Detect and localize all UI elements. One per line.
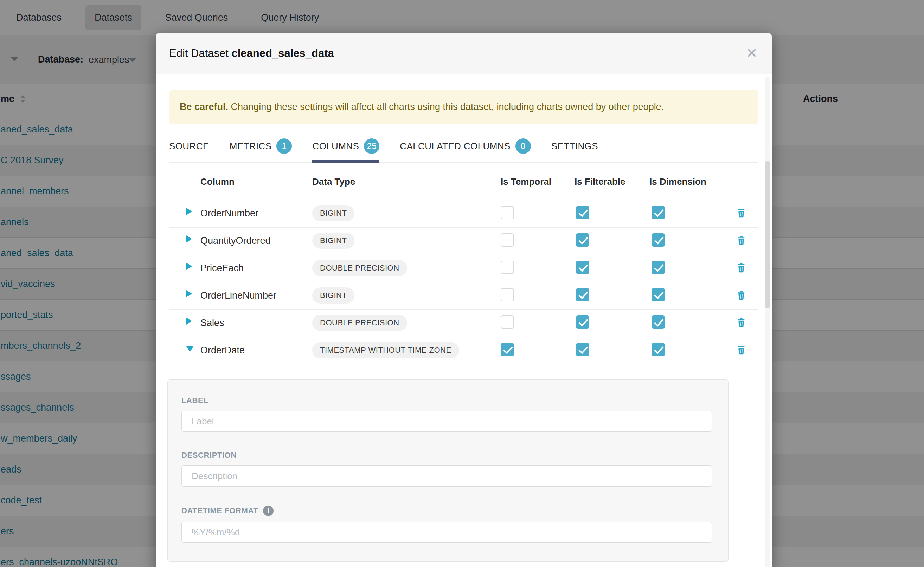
description-input[interactable]: [181, 465, 712, 486]
modal-tab-label: SOURCE: [169, 141, 209, 152]
modal-scrollbar[interactable]: [765, 76, 770, 567]
column-row: QuantityOrdered BIGINT: [169, 228, 758, 255]
delete-column-icon[interactable]: [736, 235, 747, 246]
modal-tab[interactable]: SETTINGS: [551, 138, 598, 163]
is-temporal-header: Is Temporal: [501, 176, 551, 187]
is-temporal-checkbox[interactable]: [501, 206, 514, 219]
is-dimension-checkbox[interactable]: [652, 206, 665, 219]
modal-title-prefix: Edit Dataset: [169, 47, 229, 59]
data-type-pill: DOUBLE PRECISION: [312, 315, 407, 331]
expand-caret-icon[interactable]: [187, 236, 192, 242]
expand-caret-icon[interactable]: [187, 318, 192, 325]
is-temporal-checkbox[interactable]: [501, 315, 514, 329]
column-name: OrderLineNumber: [200, 290, 276, 301]
label-input[interactable]: [181, 411, 712, 432]
column-name: OrderNumber: [200, 208, 259, 219]
modal-tab[interactable]: SOURCE: [169, 138, 209, 163]
datetime-format-input[interactable]: [181, 522, 712, 543]
modal-tab-label: METRICS: [230, 141, 272, 152]
modal-tabs: SOURCE METRICS 1 COLUMNS 25 CALCUL: [169, 138, 758, 163]
label-field-label: LABEL: [181, 396, 712, 405]
is-dimension-header: Is Dimension: [649, 176, 706, 187]
delete-column-icon[interactable]: [736, 262, 747, 273]
expand-caret-icon[interactable]: [187, 263, 192, 270]
columns-table-body: OrderNumber BIGINT Q: [169, 200, 758, 364]
is-filterable-checkbox[interactable]: [576, 261, 589, 274]
is-dimension-checkbox[interactable]: [652, 343, 665, 356]
expand-caret-icon[interactable]: [187, 208, 192, 215]
is-dimension-checkbox[interactable]: [652, 233, 665, 247]
tab-count-badge: 25: [364, 138, 379, 154]
is-filterable-checkbox[interactable]: [576, 288, 589, 302]
edit-dataset-modal: Edit Dataset cleaned_sales_data ✕ Be car…: [156, 33, 772, 567]
modal-body: Be careful. Changing these settings will…: [156, 90, 772, 562]
column-row: OrderNumber BIGINT: [169, 200, 758, 228]
is-temporal-checkbox[interactable]: [501, 343, 514, 356]
tab-count-badge: 1: [276, 138, 292, 154]
column-name: OrderDate: [200, 345, 245, 356]
column-name: PriceEach: [200, 263, 244, 274]
modal-title-dataset-name: cleaned_sales_data: [232, 47, 334, 59]
screen: Databases Datasets Saved Queries Query H…: [0, 0, 924, 567]
expand-caret-icon[interactable]: [187, 346, 193, 352]
close-icon[interactable]: ✕: [743, 43, 760, 63]
warning-banner-bold: Be careful.: [180, 102, 228, 112]
column-header: Column: [200, 176, 235, 187]
info-icon[interactable]: i: [263, 506, 274, 516]
datetime-format-label-text: DATETIME FORMAT: [181, 506, 258, 515]
columns-table-header: Column Data Type Is Temporal Is Filterab…: [169, 163, 758, 200]
is-filterable-header: Is Filterable: [575, 176, 626, 187]
modal-tab-label: SETTINGS: [551, 141, 598, 152]
data-type-pill: BIGINT: [312, 205, 354, 221]
warning-banner-text: Changing these settings will affect all …: [228, 102, 664, 112]
data-type-pill: TIMESTAMP WITHOUT TIME ZONE: [312, 342, 459, 358]
modal-tab[interactable]: CALCULATED COLUMNS 0: [400, 138, 531, 163]
is-filterable-checkbox[interactable]: [576, 233, 589, 247]
is-dimension-checkbox[interactable]: [652, 288, 665, 302]
column-row: OrderLineNumber BIGINT: [169, 282, 758, 310]
delete-column-icon[interactable]: [736, 207, 747, 219]
is-filterable-checkbox[interactable]: [576, 315, 589, 329]
delete-column-icon[interactable]: [736, 290, 747, 301]
data-type-pill: DOUBLE PRECISION: [312, 260, 407, 276]
is-dimension-checkbox[interactable]: [652, 261, 665, 274]
description-field-label: DESCRIPTION: [181, 451, 712, 460]
datetime-format-field-label: DATETIME FORMAT i: [181, 506, 712, 516]
is-filterable-checkbox[interactable]: [576, 206, 589, 219]
modal-header: Edit Dataset cleaned_sales_data ✕: [156, 33, 772, 74]
is-temporal-checkbox[interactable]: [501, 288, 514, 302]
is-filterable-checkbox[interactable]: [576, 343, 589, 356]
modal-title: Edit Dataset cleaned_sales_data: [169, 47, 334, 60]
column-name: QuantityOrdered: [200, 236, 271, 246]
column-row: Sales DOUBLE PRECISION: [169, 310, 758, 337]
expand-caret-icon[interactable]: [187, 290, 192, 297]
delete-column-icon[interactable]: [736, 344, 747, 356]
data-type-header: Data Type: [312, 176, 355, 187]
delete-column-icon[interactable]: [736, 317, 747, 328]
modal-tab[interactable]: METRICS 1: [230, 138, 292, 163]
column-name: Sales: [200, 318, 224, 328]
data-type-pill: BIGINT: [312, 232, 354, 249]
tab-count-badge: 0: [515, 138, 531, 154]
scrollbar-thumb[interactable]: [765, 161, 770, 309]
data-type-pill: BIGINT: [312, 287, 354, 303]
warning-banner: Be careful. Changing these settings will…: [169, 90, 758, 124]
modal-tab[interactable]: COLUMNS 25: [312, 138, 379, 163]
is-temporal-checkbox[interactable]: [501, 233, 514, 247]
modal-tab-label: CALCULATED COLUMNS: [400, 141, 510, 152]
column-row: PriceEach DOUBLE PRECISION: [169, 255, 758, 282]
is-dimension-checkbox[interactable]: [652, 315, 665, 329]
is-temporal-checkbox[interactable]: [501, 261, 514, 274]
column-detail-panel: LABEL DESCRIPTION DATETIME FORMAT i: [167, 380, 728, 562]
column-row: OrderDate TIMESTAMP WITHOUT TIME ZONE: [169, 337, 758, 364]
modal-tab-label: COLUMNS: [312, 141, 359, 152]
